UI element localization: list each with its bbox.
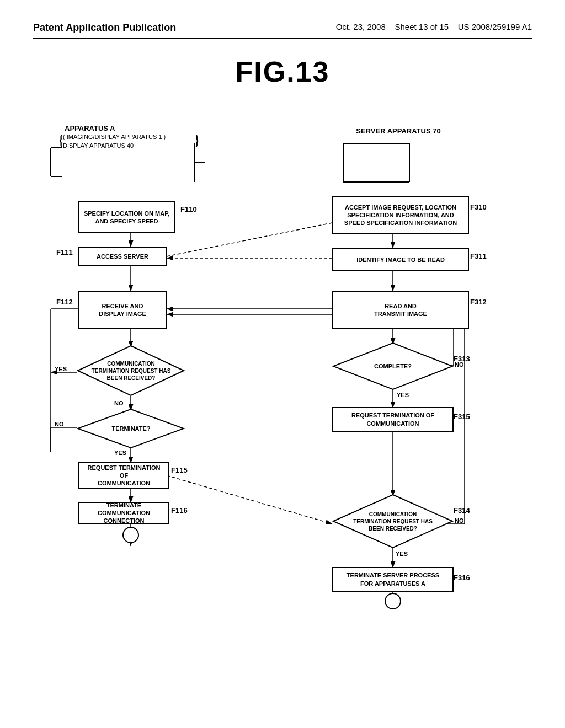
box-b310: ACCEPT IMAGE REQUEST, LOCATION SPECIFICA…: [332, 196, 469, 234]
yes-label-314: YES: [396, 550, 408, 557]
yes-label-113: YES: [55, 366, 67, 372]
apparatus-a-brace-right: }: [193, 132, 200, 148]
fig-title: FIG.13: [33, 55, 532, 88]
publication-label: Patent Application Publication: [33, 22, 176, 34]
apparatus-a-sub1: ( IMAGING/DISPLAY APPARATUS 1 ): [63, 133, 166, 140]
svg-line-23: [167, 475, 332, 524]
box-b312: READ AND TRANSMIT IMAGE: [332, 291, 469, 329]
step-f312: F312: [470, 298, 487, 306]
step-f116: F116: [171, 506, 188, 515]
apparatus-a-label: APPARATUS A: [65, 124, 115, 132]
box-b316: TERMINATE SERVER PROCESS FOR APPARATUSES…: [332, 567, 454, 592]
no-label-113: NO: [114, 400, 124, 406]
no-label-313: NO: [455, 361, 464, 368]
box-b115: REQUEST TERMINATION OF COMMUNICATION: [78, 462, 169, 489]
step-f111: F111: [56, 248, 73, 256]
header: Patent Application Publication Oct. 23, …: [33, 22, 532, 39]
header-info: Oct. 23, 2008 Sheet 13 of 15 US 2008/259…: [336, 22, 532, 31]
box-b111: ACCESS SERVER: [78, 247, 167, 266]
step-f310: F310: [470, 203, 487, 211]
apparatus-a-sub2: DISPLAY APPARATUS 40: [63, 142, 134, 149]
box-b311: IDENTIFY IMAGE TO BE READ: [332, 248, 469, 271]
box-b112: RECEIVE AND DISPLAY IMAGE: [78, 291, 167, 329]
diamond-b114: TERMINATE?: [77, 408, 185, 449]
step-f112: F112: [56, 298, 73, 306]
terminal-left: [122, 527, 139, 543]
step-f315: F315: [454, 413, 470, 421]
apparatus-a-brace: {: [57, 132, 65, 148]
terminal-right: [385, 593, 401, 609]
no-label-314: NO: [455, 517, 464, 524]
step-f316: F316: [454, 574, 470, 582]
server-label: SERVER APPARATUS 70: [343, 127, 454, 135]
no-label-114: NO: [55, 421, 64, 427]
step-f314: F314: [454, 506, 470, 515]
svg-line-12: [167, 221, 343, 256]
diamond-b314: COMMUNICATION TERMINATION REQUEST HAS BE…: [332, 494, 454, 549]
page: Patent Application Publication Oct. 23, …: [0, 0, 565, 728]
diagram-area: APPARATUS A ( IMAGING/DISPLAY APPARATUS …: [34, 110, 531, 689]
yes-label-114: YES: [114, 449, 126, 456]
yes-label-313: YES: [397, 392, 409, 398]
step-f110: F110: [180, 205, 197, 213]
diamond-b113: COMMUNICATION TERMINATION REQUEST HAS BE…: [77, 345, 185, 397]
box-b116: TERMINATE COMMUNICATION CONNECTION: [78, 502, 169, 524]
box-b315: REQUEST TERMINATION OF COMMUNICATION: [332, 407, 454, 432]
header-sheet: Sheet 13 of 15: [395, 22, 449, 31]
box-b110: SPECIFY LOCATION ON MAP, AND SPECIFY SPE…: [78, 201, 175, 233]
step-f311: F311: [470, 252, 487, 260]
diamond-b313: COMPLETE?: [332, 342, 454, 390]
header-patent: US 2008/259199 A1: [458, 22, 532, 31]
step-f115: F115: [171, 466, 188, 474]
header-date: Oct. 23, 2008: [336, 22, 386, 31]
